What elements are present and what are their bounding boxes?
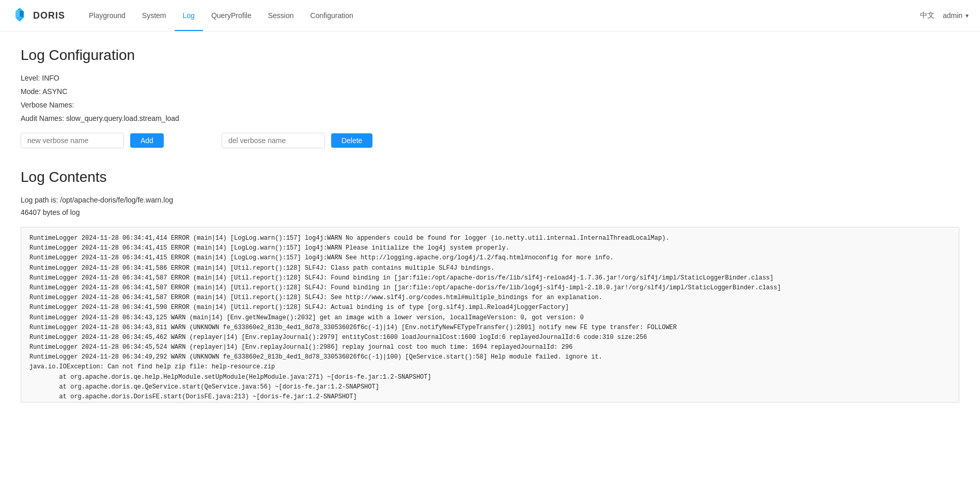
log-contents-title: Log Contents bbox=[21, 169, 959, 185]
logo-area: DORIS bbox=[10, 6, 65, 25]
doris-logo-icon bbox=[10, 6, 29, 25]
level-row: Level: INFO bbox=[21, 74, 959, 82]
verbose-names-row: Verbose Names: bbox=[21, 101, 959, 109]
log-configuration-section: Log Configuration Level: INFO Mode: ASYN… bbox=[21, 47, 959, 148]
nav-item-session[interactable]: Session bbox=[260, 0, 302, 31]
delete-button[interactable]: Delete bbox=[331, 133, 372, 148]
log-configuration-title: Log Configuration bbox=[21, 47, 959, 64]
user-menu[interactable]: admin ▼ bbox=[943, 11, 970, 20]
mode-label: Mode: bbox=[21, 87, 42, 96]
nav-item-playground[interactable]: Playground bbox=[81, 0, 134, 31]
log-contents-section: Log Contents Log path is: /opt/apache-do… bbox=[21, 169, 959, 402]
verbose-names-label: Verbose Names: bbox=[21, 101, 74, 109]
level-value: INFO bbox=[42, 74, 59, 82]
main-nav: Playground System Log QueryProfile Sessi… bbox=[81, 0, 362, 31]
nav-item-system[interactable]: System bbox=[134, 0, 175, 31]
log-content-box[interactable]: RuntimeLogger 2024-11-28 06:34:41,414 ER… bbox=[21, 227, 959, 402]
mode-row: Mode: ASYNC bbox=[21, 87, 959, 96]
language-switch[interactable]: 中文 bbox=[920, 11, 935, 20]
log-size: 46407 bytes of log bbox=[21, 208, 959, 216]
nav-item-log[interactable]: Log bbox=[175, 0, 203, 31]
header: DORIS Playground System Log QueryProfile… bbox=[0, 0, 980, 32]
add-button[interactable]: Add bbox=[130, 133, 164, 148]
header-right: 中文 admin ▼ bbox=[920, 11, 970, 20]
main-content: Log Configuration Level: INFO Mode: ASYN… bbox=[0, 32, 980, 418]
add-verbose-input[interactable] bbox=[21, 133, 124, 148]
nav-item-queryprofile[interactable]: QueryProfile bbox=[203, 0, 260, 31]
username: admin bbox=[943, 11, 962, 20]
audit-names-value: slow_query.query.load.stream_load bbox=[66, 114, 179, 122]
chevron-down-icon: ▼ bbox=[965, 13, 970, 19]
mode-value: ASYNC bbox=[42, 87, 67, 96]
level-label: Level: bbox=[21, 74, 42, 82]
nav-item-configuration[interactable]: Configuration bbox=[302, 0, 362, 31]
audit-names-row: Audit Names: slow_query.query.load.strea… bbox=[21, 114, 959, 122]
delete-verbose-input[interactable] bbox=[222, 133, 325, 148]
log-path: Log path is: /opt/apache-doris/fe/log/fe… bbox=[21, 196, 959, 204]
logo-text: DORIS bbox=[33, 10, 65, 21]
audit-names-label: Audit Names: bbox=[21, 114, 66, 122]
add-delete-row: Add Delete bbox=[21, 133, 959, 148]
